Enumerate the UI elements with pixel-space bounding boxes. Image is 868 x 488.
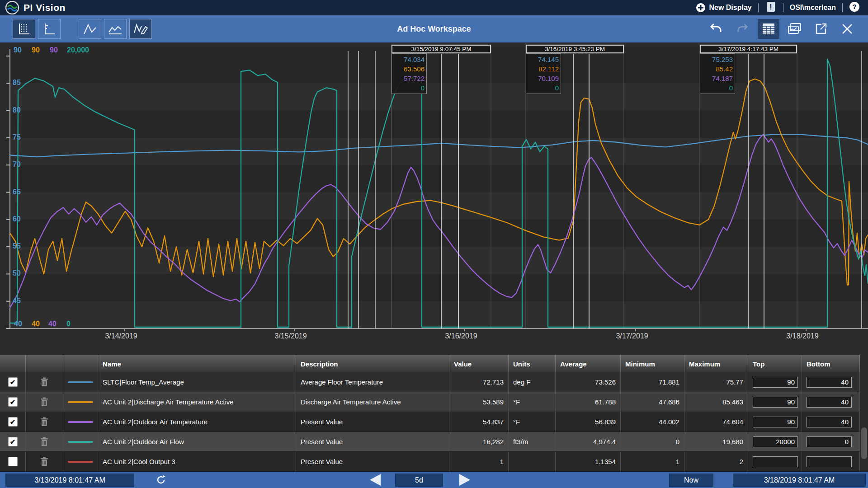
checkbox-checked[interactable]: ✔ [8, 397, 18, 407]
y-axis-top-label-3: 20,000 [67, 46, 89, 54]
row-delete-cell [26, 372, 63, 392]
bottom-scale-input[interactable] [807, 436, 852, 447]
cursor-value: 74.145 [526, 55, 559, 64]
series-color-swatch[interactable] [68, 381, 93, 383]
end-time-button[interactable]: 3/18/2019 8:01:47 AM [733, 474, 866, 487]
trend-cursor-timestamp[interactable]: 3/17/2019 4:17:43 PM [700, 45, 797, 53]
top-scale-input[interactable] [753, 377, 798, 388]
y-axis-bottom-label-0: 40 [14, 320, 22, 328]
y-axis-top-label-0: 90 [14, 46, 22, 54]
y-axis-bottom-label-1: 40 [32, 320, 40, 328]
column-header-value: Value [449, 355, 509, 372]
cell-description: Present Value [296, 452, 449, 472]
cell-name: AC Unit 2|Discharge Air Temperature Acti… [98, 392, 296, 412]
y-axis-bottom-label-2: 40 [48, 320, 57, 328]
divider [758, 3, 759, 12]
checkbox-unchecked[interactable] [8, 457, 18, 466]
start-time-button[interactable]: 3/13/2019 8:01:47 AM [5, 474, 134, 487]
toggle-table-button[interactable] [758, 19, 779, 39]
bottom-scale-input[interactable] [807, 456, 852, 467]
line-chart-icon [83, 22, 97, 36]
close-workspace-button[interactable] [836, 19, 858, 39]
trend-display-button[interactable] [104, 19, 127, 39]
undo-button[interactable] [705, 19, 727, 39]
row-checkbox-cell: ✔ [0, 412, 26, 432]
trend-cursor-timestamp[interactable]: 3/16/2019 3:45:23 PM [526, 45, 624, 53]
table-row[interactable]: ✔SLTC|Floor Temp_AverageAverage Floor Te… [0, 372, 860, 392]
table-row[interactable]: ✔AC Unit 2|Outdoor Air TemperaturePresen… [0, 412, 860, 432]
trend-cursor-timestamp[interactable]: 3/15/2019 9:07:45 PM [392, 45, 491, 53]
series-color-swatch[interactable] [68, 401, 93, 403]
duration-button[interactable]: 5d [395, 474, 443, 487]
cell-top-limit [748, 432, 802, 452]
trend-chart[interactable]: 90909020,00040404008580757065605550453/1… [0, 42, 868, 355]
divider [783, 3, 783, 12]
cell-top-limit [748, 452, 802, 472]
cell-top-limit [748, 412, 802, 432]
bottom-scale-input[interactable] [807, 377, 852, 388]
series-color-swatch[interactable] [68, 461, 93, 463]
vertical-bar-display-button[interactable] [38, 19, 61, 39]
x-axis-date-label: 3/16/2019 [445, 332, 477, 340]
column-header-blank [63, 355, 98, 372]
table-row[interactable]: ✔AC Unit 2|Discharge Air Temperature Act… [0, 392, 860, 412]
top-scale-input[interactable] [753, 456, 798, 467]
checkbox-checked[interactable]: ✔ [8, 377, 18, 387]
trend-pencil-icon [133, 22, 148, 36]
top-scale-input[interactable] [753, 436, 798, 447]
x-axis-date-label: 3/17/2019 [616, 332, 648, 340]
row-delete-cell [26, 412, 63, 432]
trend-icon [108, 22, 123, 36]
table-row[interactable]: AC Unit 2|Cool Output 3Present Value11.1… [0, 452, 860, 472]
table-scrollbar[interactable] [860, 355, 868, 472]
trash-icon[interactable] [40, 457, 48, 467]
bottom-scale-input[interactable] [807, 417, 852, 427]
cell-average: 4,974.4 [556, 432, 621, 452]
checkbox-checked[interactable]: ✔ [8, 417, 18, 427]
top-scale-input[interactable] [753, 417, 798, 427]
column-header-minimum: Minimum [621, 355, 684, 372]
cell-description: Present Value [296, 412, 449, 432]
table-row[interactable]: ✔AC Unit 2|Outdoor Air FlowPresent Value… [0, 432, 860, 452]
cell-name: AC Unit 2|Cool Output 3 [98, 452, 296, 472]
trash-icon[interactable] [40, 417, 48, 427]
trend-plot[interactable] [6, 43, 868, 336]
scrollbar-thumb[interactable] [861, 427, 867, 459]
new-display-button[interactable]: New Display [696, 3, 751, 13]
trash-icon[interactable] [40, 437, 48, 447]
redo-icon [736, 23, 749, 35]
now-button[interactable]: Now [669, 474, 713, 487]
user-menu[interactable]: OSI\mcerlean [790, 4, 836, 12]
line-chart-display-button[interactable] [79, 19, 101, 39]
cell-average: 1.1354 [556, 452, 621, 472]
column-header-average: Average [556, 355, 621, 372]
cursor-value: 70.109 [526, 74, 559, 83]
cursor-value: 74.034 [392, 55, 425, 64]
edit-trend-button[interactable] [129, 19, 152, 39]
refresh-icon[interactable] [154, 473, 168, 487]
redo-button[interactable] [731, 19, 753, 39]
switch-display-button[interactable] [784, 19, 806, 39]
trend-cursor-values: 75.25385.4274.1870 [700, 53, 735, 94]
step-forward-arrow[interactable] [455, 473, 476, 487]
trash-icon[interactable] [40, 377, 48, 387]
cursor-value: 82.112 [526, 64, 559, 74]
series-color-swatch[interactable] [68, 421, 93, 423]
help-icon[interactable]: ? [849, 1, 860, 14]
cell-value: 54.837 [449, 412, 509, 432]
trash-icon[interactable] [40, 397, 48, 407]
top-scale-input[interactable] [753, 397, 798, 408]
bottom-scale-input[interactable] [807, 397, 852, 408]
series-color-swatch[interactable] [68, 441, 93, 443]
trend-cursor-values: 74.14582.11270.1090 [526, 53, 561, 94]
asset-table-display-button[interactable] [13, 19, 35, 39]
notifications-icon[interactable]: ! [765, 1, 777, 14]
step-back-arrow[interactable] [364, 473, 385, 487]
table-icon [762, 23, 775, 35]
cursor-value: 57.722 [392, 74, 425, 83]
y-axis-tick-label: 70 [13, 160, 21, 169]
x-axis-date-label: 3/15/2019 [274, 332, 307, 340]
checkbox-checked[interactable]: ✔ [8, 437, 18, 446]
column-header-units: Units [509, 355, 556, 372]
export-button[interactable] [810, 19, 832, 39]
